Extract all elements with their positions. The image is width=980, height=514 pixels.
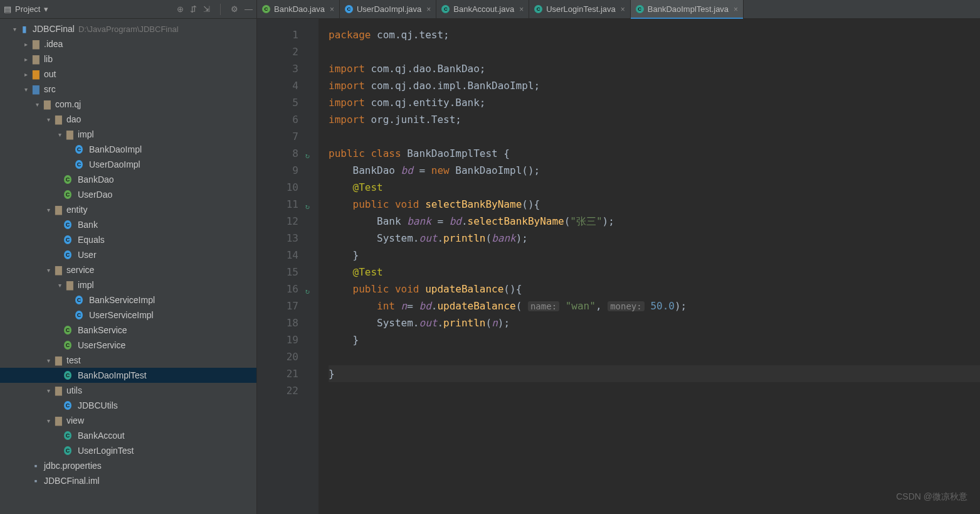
chevron-down-icon[interactable]: ▾	[55, 131, 64, 138]
tab-userdaoimpl[interactable]: CUserDaoImpl.java×	[340, 0, 436, 18]
tree-item-bank[interactable]: CBank	[0, 217, 256, 232]
chevron-down-icon[interactable]: ▾	[55, 282, 64, 289]
class-icon: C	[64, 371, 75, 380]
folder-icon: ▇	[41, 99, 53, 109]
tree-item-impl[interactable]: ▾▇impl	[0, 277, 256, 292]
close-icon[interactable]: ×	[621, 5, 625, 14]
code-line[interactable]: }	[329, 247, 980, 264]
close-icon[interactable]: ×	[330, 5, 334, 14]
tree-item-jdbcfinal[interactable]: ▾▮JDBCFinalD:\JavaProgram\JDBCFinal	[0, 21, 256, 36]
close-icon[interactable]: ×	[426, 5, 431, 14]
code-line[interactable]: }	[329, 331, 980, 348]
code-line[interactable]	[329, 128, 980, 145]
project-icon: ▤	[4, 4, 11, 14]
folder-icon: ▇	[53, 415, 64, 426]
tree-item-label: JDBCUtils	[78, 400, 118, 410]
tree-item-jdbc.properties[interactable]: ▪jdbc.properties	[0, 458, 256, 473]
code-line[interactable]: package com.qj.test;	[329, 26, 980, 43]
tree-item-bankservice[interactable]: CBankService	[0, 323, 256, 338]
tree-item-out[interactable]: ▸▇out	[0, 67, 256, 82]
chevron-down-icon[interactable]: ▾	[44, 357, 53, 364]
folder-icon: ▇	[30, 84, 41, 94]
chevron-down-icon[interactable]: ▾	[21, 86, 30, 93]
tree-item-label: com.qj	[55, 99, 81, 109]
code-line[interactable]: public class BankDaoImplTest {	[329, 145, 980, 162]
tree-item-bankdao[interactable]: CBankDao	[0, 172, 256, 187]
tree-item-equals[interactable]: CEquals	[0, 232, 256, 247]
tree-item-bankdaoimpltest[interactable]: CBankDaoImplTest	[0, 368, 256, 383]
class-icon: C	[75, 160, 87, 169]
tree-item-com.qj[interactable]: ▾▇com.qj	[0, 97, 256, 112]
tree-item-impl[interactable]: ▾▇impl	[0, 127, 256, 142]
collapse-all-icon[interactable]: ⇲	[203, 4, 210, 14]
project-tree[interactable]: ▾▮JDBCFinalD:\JavaProgram\JDBCFinal▸▇.id…	[0, 19, 256, 514]
code-line[interactable]: public void updateBalance(){	[329, 281, 980, 297]
gear-icon[interactable]: ⚙	[231, 4, 238, 14]
tree-item-service[interactable]: ▾▇service	[0, 262, 256, 277]
chevron-down-icon[interactable]: ▾	[33, 101, 41, 108]
tree-item-userdaoimpl[interactable]: CUserDaoImpl	[0, 157, 256, 172]
code-line[interactable]: Bank bank = bd.selectBankByName("张三");	[329, 213, 980, 230]
code-editor[interactable]: package com.qj.test; import com.qj.dao.B…	[319, 19, 980, 514]
tab-bankdaoimpltest[interactable]: CBankDaoImplTest.java×	[631, 0, 744, 18]
class-icon: C	[64, 401, 75, 410]
tree-item-entity[interactable]: ▾▇entity	[0, 202, 256, 217]
run-marker-icon[interactable]: ↻	[305, 283, 310, 300]
code-line[interactable]: import com.qj.dao.impl.BankDaoImpl;	[329, 77, 980, 94]
chevron-right-icon[interactable]: ▸	[21, 41, 30, 48]
close-icon[interactable]: ×	[734, 5, 738, 14]
code-line[interactable]: }	[329, 365, 980, 382]
tree-item-src[interactable]: ▾▇src	[0, 82, 256, 97]
tree-item-lib[interactable]: ▸▇lib	[0, 51, 256, 67]
tab-bankaccout[interactable]: CBankAccout.java×	[436, 0, 529, 18]
chevron-down-icon[interactable]: ▾	[44, 417, 53, 424]
code-line[interactable]: @Test	[329, 179, 980, 196]
code-line[interactable]: import com.qj.entity.Bank;	[329, 94, 980, 111]
locate-icon[interactable]: ⊕	[177, 4, 184, 14]
tree-item-utils[interactable]: ▾▇utils	[0, 383, 256, 398]
tree-item-.idea[interactable]: ▸▇.idea	[0, 36, 256, 51]
class-icon: C	[75, 311, 87, 319]
chevron-down-icon[interactable]: ▾	[44, 387, 53, 394]
code-line[interactable]: int n= bd.updateBalance( name: "wan", mo…	[329, 297, 980, 314]
tree-item-userdao[interactable]: CUserDao	[0, 187, 256, 202]
chevron-down-icon[interactable]: ▾	[44, 116, 53, 123]
line-number: 7	[257, 128, 298, 145]
tree-item-bankserviceimpl[interactable]: CBankServiceImpl	[0, 292, 256, 308]
code-line[interactable]: public void selectBankByName(){	[329, 196, 980, 213]
chevron-down-icon[interactable]: ▾	[44, 267, 53, 274]
project-title-button[interactable]: ▤ Project ▾	[4, 4, 48, 14]
tree-item-bankaccout[interactable]: CBankAccout	[0, 428, 256, 443]
tree-item-view[interactable]: ▾▇view	[0, 413, 256, 428]
tab-label: BankDao.java	[274, 4, 325, 14]
hide-icon[interactable]: —	[245, 4, 253, 14]
code-line[interactable]	[329, 43, 980, 60]
code-line[interactable]: System.out.println(bank);	[329, 230, 980, 247]
tree-item-userlogintest[interactable]: CUserLoginTest	[0, 443, 256, 458]
code-line[interactable]: @Test	[329, 264, 980, 281]
run-marker-icon[interactable]: ↻	[305, 147, 310, 164]
chevron-down-icon[interactable]: ▾	[10, 26, 19, 33]
tree-item-jdbcfinal.iml[interactable]: ▪JDBCFinal.iml	[0, 473, 256, 488]
tab-bankdao[interactable]: CBankDao.java×	[257, 0, 340, 18]
tree-item-jdbcutils[interactable]: CJDBCUtils	[0, 398, 256, 413]
chevron-right-icon[interactable]: ▸	[21, 56, 30, 63]
chevron-down-icon[interactable]: ▾	[44, 206, 53, 213]
tree-item-test[interactable]: ▾▇test	[0, 353, 256, 368]
chevron-right-icon[interactable]: ▸	[21, 71, 30, 78]
tree-item-bankdaoimpl[interactable]: CBankDaoImpl	[0, 142, 256, 157]
tree-item-userserviceimpl[interactable]: CUserServiceImpl	[0, 308, 256, 323]
code-line[interactable]: import com.qj.dao.BankDao;	[329, 60, 980, 77]
code-line[interactable]	[329, 382, 980, 399]
close-icon[interactable]: ×	[519, 5, 524, 14]
code-line[interactable]	[329, 348, 980, 365]
tree-item-dao[interactable]: ▾▇dao	[0, 112, 256, 127]
code-line[interactable]: System.out.println(n);	[329, 314, 980, 331]
tree-item-user[interactable]: CUser	[0, 247, 256, 262]
code-line[interactable]: import org.junit.Test;	[329, 111, 980, 128]
expand-all-icon[interactable]: ⇵	[190, 4, 197, 14]
tree-item-userservice[interactable]: CUserService	[0, 338, 256, 353]
code-line[interactable]: BankDao bd = new BankDaoImpl();	[329, 162, 980, 179]
run-marker-icon[interactable]: ↻	[305, 198, 310, 215]
tab-userlogintest[interactable]: CUserLoginTest.java×	[529, 0, 631, 18]
